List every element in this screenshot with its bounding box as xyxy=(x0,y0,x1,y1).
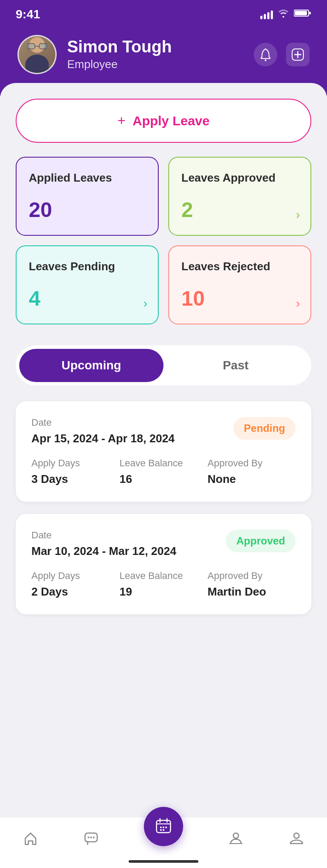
avatar xyxy=(17,35,57,74)
user-role: Employee xyxy=(67,58,172,71)
user-name: Simon Tough xyxy=(67,38,172,56)
leave-card-2-approved-by: Approved By Martin Deo xyxy=(208,570,296,599)
stat-title-approved: Leaves Approved xyxy=(181,171,298,186)
leave-card-1-status: Pending xyxy=(233,417,296,440)
leave-card-2-header: Date Mar 10, 2024 - Mar 12, 2024 Approve… xyxy=(31,530,296,558)
stat-card-rejected[interactable]: Leaves Rejected 10 › xyxy=(168,245,311,324)
stat-value-approved: 2 xyxy=(181,198,298,222)
leave-card-1-date-section: Date Apr 15, 2024 - Apr 18, 2024 xyxy=(31,417,175,445)
user-info: Simon Tough Employee xyxy=(67,38,172,72)
leave-card-2-footer: Apply Days 2 Days Leave Balance 19 Appro… xyxy=(31,570,296,599)
tabs-container: Upcoming Past xyxy=(16,345,311,386)
leave-card-1: Date Apr 15, 2024 - Apr 18, 2024 Pending… xyxy=(16,401,311,502)
stat-arrow-pending: › xyxy=(143,296,147,310)
svg-rect-1 xyxy=(295,11,307,15)
stat-arrow-rejected: › xyxy=(296,296,300,310)
leave-card-2-date-range: Mar 10, 2024 - Mar 12, 2024 xyxy=(31,544,176,558)
stat-title-pending: Leaves Pending xyxy=(29,259,146,274)
nav-center[interactable] xyxy=(133,803,194,851)
svg-point-18 xyxy=(160,827,162,828)
leave-card-1-apply-days: Apply Days 3 Days xyxy=(31,458,119,486)
header-left: Simon Tough Employee xyxy=(17,35,172,74)
nav-chat[interactable] xyxy=(73,826,109,851)
main-content: + Apply Leave Applied Leaves 20 Leaves A… xyxy=(0,83,327,851)
home-indicator xyxy=(129,860,198,863)
svg-point-20 xyxy=(165,827,167,828)
header-actions xyxy=(254,43,310,66)
leave-card-2-date-section: Date Mar 10, 2024 - Mar 12, 2024 xyxy=(31,530,176,558)
svg-point-13 xyxy=(93,837,95,838)
stat-card-applied[interactable]: Applied Leaves 20 xyxy=(16,157,159,236)
stat-card-pending[interactable]: Leaves Pending 4 › xyxy=(16,245,159,324)
svg-point-19 xyxy=(163,827,164,828)
tab-upcoming[interactable]: Upcoming xyxy=(19,349,164,382)
status-icons xyxy=(260,9,311,20)
status-bar: 9:41 xyxy=(0,0,327,26)
battery-icon xyxy=(294,9,311,20)
leave-card-1-footer: Apply Days 3 Days Leave Balance 16 Appro… xyxy=(31,458,296,486)
nav-vacation[interactable] xyxy=(218,826,254,851)
svg-point-11 xyxy=(88,837,89,838)
stat-title-applied: Applied Leaves xyxy=(29,171,146,186)
svg-rect-2 xyxy=(309,12,311,14)
stat-arrow-approved: › xyxy=(296,208,300,222)
stat-value-pending: 4 xyxy=(29,286,146,310)
leave-card-2: Date Mar 10, 2024 - Mar 12, 2024 Approve… xyxy=(16,514,311,614)
leave-card-2-date-label: Date xyxy=(31,530,176,541)
leave-card-1-approved-by: Approved By None xyxy=(208,458,296,486)
wifi-icon xyxy=(277,9,290,20)
plus-icon: + xyxy=(117,113,126,129)
leave-card-1-date-range: Apr 15, 2024 - Apr 18, 2024 xyxy=(31,432,175,445)
apply-leave-button[interactable]: + Apply Leave xyxy=(16,99,311,143)
stats-grid: Applied Leaves 20 Leaves Approved 2 › Le… xyxy=(16,157,311,324)
stat-title-rejected: Leaves Rejected xyxy=(181,259,298,274)
leave-card-1-date-label: Date xyxy=(31,417,175,428)
apply-leave-label: Apply Leave xyxy=(133,114,210,128)
add-button[interactable] xyxy=(286,43,310,66)
svg-point-6 xyxy=(265,59,266,61)
tab-past[interactable]: Past xyxy=(164,349,308,382)
stat-value-rejected: 10 xyxy=(181,286,298,310)
notification-button[interactable] xyxy=(254,43,277,66)
svg-point-23 xyxy=(233,833,238,838)
stat-card-approved[interactable]: Leaves Approved 2 › xyxy=(168,157,311,236)
leave-card-2-status: Approved xyxy=(226,530,296,552)
svg-rect-4 xyxy=(39,44,47,49)
status-time: 9:41 xyxy=(16,7,40,21)
svg-point-25 xyxy=(294,833,299,838)
svg-point-12 xyxy=(90,837,92,838)
nav-profile[interactable] xyxy=(278,826,315,851)
svg-point-21 xyxy=(160,829,162,831)
leave-card-1-header: Date Apr 15, 2024 - Apr 18, 2024 Pending xyxy=(31,417,296,445)
leave-card-1-balance: Leave Balance 16 xyxy=(119,458,208,486)
svg-rect-3 xyxy=(27,44,35,49)
leave-card-2-balance: Leave Balance 19 xyxy=(119,570,208,599)
signal-icon xyxy=(260,10,273,19)
nav-calendar-button[interactable] xyxy=(144,807,183,846)
nav-home[interactable] xyxy=(12,826,49,851)
leave-card-2-apply-days: Apply Days 2 Days xyxy=(31,570,119,599)
svg-point-22 xyxy=(163,829,164,831)
stat-value-applied: 20 xyxy=(29,198,146,222)
